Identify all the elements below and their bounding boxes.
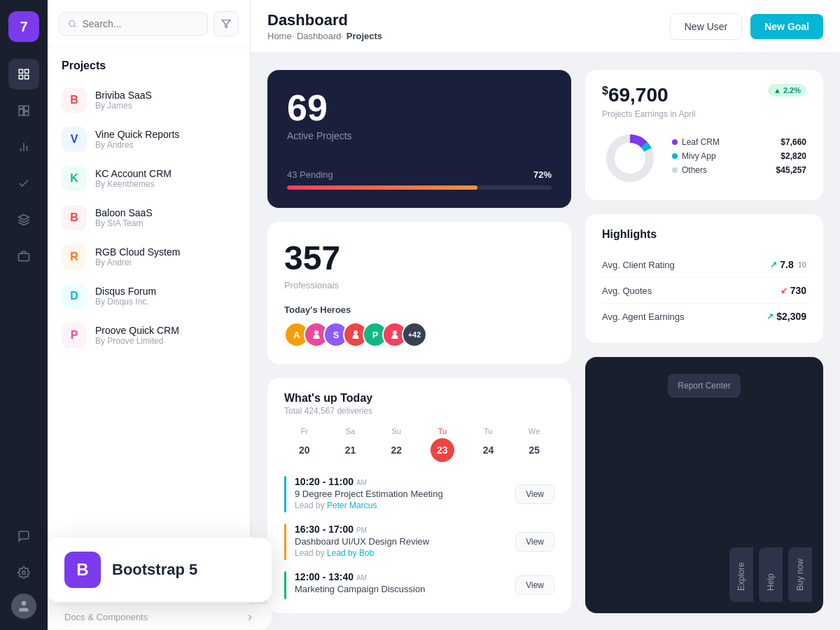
project-item-1[interactable]: V Vine Quick Reports By Andres [56,120,241,159]
earnings-card: $69,700 Projects Earnings in April ▲ 2.2… [585,70,823,200]
nav-icon-chart[interactable] [8,132,39,162]
active-projects-card: 69 Active Projects 43 Pending 72% [267,70,571,208]
nav-icon-settings[interactable] [8,557,39,588]
cal-day-25: We 25 [514,427,554,462]
project-item-4[interactable]: R RGB Cloud System By Andrei [56,237,241,276]
project-icon-4: R [62,244,87,270]
legend-leaf-crm: Leaf CRM $7,660 [672,137,806,147]
event-time-1: 10:20 - 11:00 AM [295,476,443,487]
nav-icon-message[interactable] [8,521,39,552]
svg-point-14 [22,601,27,606]
project-info-4: RGB Cloud System By Andrei [95,246,180,267]
earnings-top: $69,700 Projects Earnings in April ▲ 2.2… [602,84,806,119]
nav-icon-briefcase[interactable] [8,241,39,272]
event-lead-2: Lead by Lead by Bob [295,548,429,558]
new-user-button[interactable]: New User [670,13,742,40]
filter-button[interactable] [214,11,239,36]
progress-bar-bg [287,186,552,190]
buy-now-tab[interactable]: Buy now [788,547,812,602]
project-by-3: By SIA Team [95,218,153,228]
search-box[interactable] [59,12,208,36]
whatsup-subtitle: Total 424,567 deliveries [284,406,554,416]
user-number-badge[interactable]: 7 [8,11,39,42]
nav-icon-check[interactable] [8,168,39,199]
project-icon-3: B [62,205,87,230]
highlights-card: Highlights Avg. Client Rating ↗ 7.810 Av… [585,214,823,343]
project-icon-2: K [62,166,87,191]
report-center-button[interactable]: Report Center [668,374,740,398]
event-view-btn-1[interactable]: View [515,484,554,504]
project-item-3[interactable]: B Baloon SaaS By SIA Team [56,198,241,237]
event-bar-1 [284,476,286,512]
svg-line-16 [74,25,76,27]
svg-rect-6 [19,110,23,115]
project-info-1: Vine Quick Reports By Andres [95,129,179,150]
svg-rect-1 [25,69,29,73]
cal-day-22: Su 22 [376,427,416,462]
project-item-2[interactable]: K KC Account CRM By Keenthemes [56,159,241,198]
professionals-number: 357 [284,239,554,277]
project-info-3: Baloon SaaS By SIA Team [95,207,153,228]
legend-mivy-app: Mivy App $2,820 [672,151,806,161]
side-tabs: Explore Help Buy now [729,542,812,602]
svg-point-18 [314,330,318,335]
project-by-2: By Keenthemes [95,179,172,189]
svg-rect-0 [19,69,22,73]
project-by-6: By Proove Limited [95,336,179,346]
event-view-btn-3[interactable]: View [515,575,554,595]
event-name-2: Dashboard UI/UX Design Review [295,536,429,547]
nav-icon-layers[interactable] [8,204,39,235]
left-navigation: 7 [0,0,48,630]
bootstrap-link[interactable]: Docs & Components [48,604,251,630]
main-area: Dashboard Home· Dashboard· Projects New … [251,0,840,630]
svg-marker-17 [222,20,230,28]
project-info-2: KC Account CRM By Keenthemes [95,168,172,189]
content-right: $69,700 Projects Earnings in April ▲ 2.2… [585,70,823,613]
breadcrumb: Home· Dashboard· Projects [267,31,382,41]
bootstrap-title: Bootstrap 5 [112,561,197,579]
svg-rect-12 [19,253,29,261]
project-item-0[interactable]: B Briviba SaaS By James [56,80,241,120]
sidebar: Projects B Briviba SaaS By James V Vine … [48,0,251,630]
event-name-1: 9 Degree Project Estimation Meeting [295,489,443,499]
project-name-5: Disqus Forum [95,286,156,297]
project-by-4: By Andrei [95,258,180,267]
professionals-label: Professionals [284,280,554,290]
project-name-0: Briviba SaaS [95,90,152,101]
explore-tab[interactable]: Explore [729,547,753,602]
project-item-5[interactable]: D Disqus Forum By Disqus Inc. [56,276,241,316]
header: Dashboard Home· Dashboard· Projects New … [251,0,840,53]
svg-marker-11 [19,215,29,220]
whatsup-title: What's up Today [284,392,554,405]
donut-legend: Leaf CRM $7,660 Mivy App $2,820 Others $… [672,137,806,179]
right-dark-panel: Report Center Explore Help Buy now [585,357,823,613]
help-tab[interactable]: Help [759,547,783,602]
pending-percent: 72% [533,169,552,180]
event-bar-2 [284,524,286,560]
search-input[interactable] [82,18,199,29]
user-avatar[interactable] [11,594,36,619]
event-item-2: 16:30 - 17:00 PM Dashboard UI/UX Design … [284,524,554,560]
project-icon-0: B [62,88,87,113]
svg-point-15 [69,20,75,26]
svg-rect-5 [24,106,29,111]
svg-point-20 [393,330,397,335]
earnings-amount: $69,700 [602,84,695,106]
cal-day-23[interactable]: Tu 23 [422,427,463,462]
bootstrap-icon: B [64,552,101,588]
nav-icon-grid[interactable] [8,59,39,90]
earnings-label: Projects Earnings in April [602,109,695,119]
heroes-label: Today's Heroes [284,304,554,315]
event-lead-link-2[interactable]: Lead by Bob [327,548,374,558]
event-view-btn-2[interactable]: View [515,532,554,552]
new-goal-button[interactable]: New Goal [750,14,823,39]
svg-rect-4 [19,106,23,108]
project-item-6[interactable]: P Proove Quick CRM By Proove Limited [56,316,241,355]
event-lead-link-1[interactable]: Peter Marcus [327,500,377,510]
nav-icon-dashboard[interactable] [8,95,39,126]
project-info-6: Proove Quick CRM By Proove Limited [95,325,179,346]
event-list: 10:20 - 11:00 AM 9 Degree Project Estima… [284,476,554,599]
highlight-client-rating: Avg. Client Rating ↗ 7.810 [602,252,806,278]
event-time-3: 12:00 - 13:40 AM [295,571,425,582]
project-info-5: Disqus Forum By Disqus Inc. [95,286,156,307]
